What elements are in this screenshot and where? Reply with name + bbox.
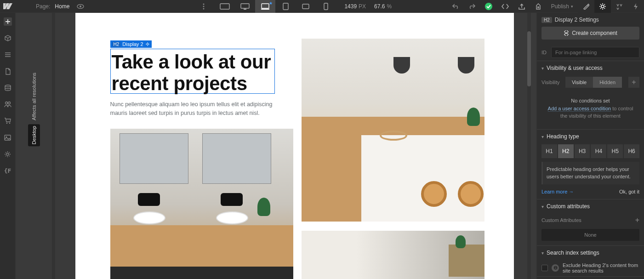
svg-point-3 <box>203 6 205 7</box>
svg-rect-6 <box>241 4 249 8</box>
navigator-icon[interactable] <box>4 51 12 59</box>
svg-rect-7 <box>244 9 246 10</box>
pages-icon[interactable] <box>4 67 12 75</box>
cms-icon[interactable] <box>4 84 12 92</box>
device-tablet-icon[interactable] <box>275 0 296 13</box>
assets-icon[interactable] <box>4 133 12 142</box>
svg-point-22 <box>147 43 148 45</box>
gallery-image-bathroom[interactable] <box>110 129 293 279</box>
audit-icon[interactable] <box>530 0 547 13</box>
canvas[interactable]: GALLERY H2 Display 2 Take a look at our … <box>75 13 514 279</box>
svg-rect-8 <box>262 4 269 8</box>
svg-rect-9 <box>283 3 288 10</box>
conditions-box: No conditions set Add a user access cond… <box>541 92 639 125</box>
svg-point-18 <box>9 123 11 124</box>
component-icon <box>564 30 569 36</box>
left-toolbar: {F <box>0 13 16 279</box>
settings-icon[interactable] <box>4 150 12 158</box>
editor-settings-section-header[interactable]: Editor settings <box>537 276 644 279</box>
users-icon[interactable] <box>4 100 12 108</box>
svg-point-12 <box>485 3 492 10</box>
search-index-section-header[interactable]: Search index settings <box>537 245 644 260</box>
breakpoint-name-badge: Desktop <box>28 124 40 146</box>
heading-h3-button[interactable]: H3 <box>575 144 590 158</box>
gear-mini-icon[interactable] <box>145 42 150 46</box>
canvas-scrollbar[interactable] <box>527 13 531 279</box>
page-label: Page: <box>36 3 50 10</box>
add-condition-link[interactable]: Add a user access condition <box>548 106 611 112</box>
style-manager-tab-icon[interactable] <box>611 0 627 13</box>
top-bar: Page: Home ★ 1439 PX 67.6 % Publish▾ <box>0 0 644 13</box>
svg-point-14 <box>5 85 11 87</box>
learn-more-link[interactable]: Learn more → <box>541 189 574 194</box>
heading-type-section-header[interactable]: Heading type <box>537 129 644 143</box>
svg-point-17 <box>6 123 8 124</box>
heading-h2-button[interactable]: H2 <box>558 144 574 158</box>
variables-icon[interactable]: {F <box>4 166 12 175</box>
zoom-value[interactable]: 67.6 <box>374 3 385 10</box>
add-element-icon[interactable] <box>4 17 12 26</box>
canvas-ruler[interactable] <box>52 13 55 279</box>
device-desktop-xl-icon[interactable] <box>215 0 235 13</box>
settings-tab-icon[interactable] <box>594 0 611 13</box>
code-icon[interactable] <box>497 0 513 13</box>
affects-label: Affects all resolutions <box>31 73 37 120</box>
breakpoint-side-label: Affects all resolutions Desktop <box>16 13 52 279</box>
exclude-checkbox[interactable] <box>541 265 548 271</box>
more-menu-icon[interactable] <box>197 3 210 10</box>
id-input[interactable] <box>551 47 639 58</box>
ok-got-it-button[interactable]: Ok, got it <box>619 189 639 194</box>
box-icon[interactable] <box>4 34 12 42</box>
svg-rect-23 <box>564 30 568 34</box>
export-icon[interactable] <box>513 0 530 13</box>
redo-icon[interactable] <box>464 0 480 13</box>
device-desktop-icon[interactable] <box>235 0 255 13</box>
device-laptop-icon[interactable]: ★ <box>255 0 275 13</box>
webflow-logo-icon[interactable] <box>0 0 16 13</box>
visibility-hidden-button[interactable]: Hidden <box>593 77 622 88</box>
right-panel: H2 Display 2 Settings Create component I… <box>536 13 644 279</box>
exclude-icon: ⊖ <box>552 264 559 272</box>
gallery-image-kitchen[interactable] <box>302 39 484 222</box>
canvas-width-value[interactable]: 1439 <box>344 3 357 10</box>
heading-h6-button[interactable]: H6 <box>624 144 639 158</box>
description-text[interactable]: Nunc pellentesque aliquam leo leo ipsum … <box>110 100 280 118</box>
style-tab-icon[interactable] <box>578 0 594 13</box>
heading-text[interactable]: Take a look at our recent projects <box>111 49 274 96</box>
element-selection-tag[interactable]: H2 Display 2 <box>110 40 152 48</box>
svg-rect-5 <box>220 4 229 9</box>
heading-h4-button[interactable]: H4 <box>591 144 606 158</box>
svg-rect-24 <box>564 33 568 36</box>
svg-point-13 <box>601 5 604 8</box>
visibility-add-button[interactable]: + <box>628 77 639 88</box>
gallery-image-shelf[interactable] <box>302 231 484 279</box>
selected-heading-element[interactable]: Take a look at our recent projects <box>110 49 275 94</box>
heading-h5-button[interactable]: H5 <box>607 144 623 158</box>
create-component-button[interactable]: Create component <box>541 27 639 40</box>
interactions-tab-icon[interactable] <box>627 0 644 13</box>
svg-point-2 <box>203 3 205 5</box>
status-check-icon[interactable] <box>480 0 497 13</box>
visibility-visible-button[interactable]: Visible <box>565 77 593 88</box>
attributes-none: None <box>541 229 639 241</box>
custom-attributes-section-header[interactable]: Custom attributes <box>537 199 644 213</box>
heading-h1-button[interactable]: H1 <box>541 144 557 158</box>
preview-eye-icon[interactable] <box>74 0 87 13</box>
device-tablet-landscape-icon[interactable] <box>296 0 316 13</box>
svg-point-4 <box>203 8 205 9</box>
add-attribute-button[interactable]: + <box>635 216 639 224</box>
zoom-unit: % <box>387 3 392 10</box>
publish-button[interactable]: Publish▾ <box>547 3 578 10</box>
device-mobile-icon[interactable] <box>316 0 336 13</box>
element-type-badge: H2 <box>541 17 552 23</box>
visibility-section-header[interactable]: Visibility & user access <box>537 61 644 75</box>
exclude-text: Exclude Heading 2's content from site se… <box>563 262 639 273</box>
id-label: ID <box>541 50 547 55</box>
panel-title: Display 2 Settings <box>555 17 599 23</box>
page-name-dropdown[interactable]: Home <box>55 3 69 10</box>
undo-icon[interactable] <box>447 0 464 13</box>
ecommerce-icon[interactable] <box>4 117 12 125</box>
svg-rect-11 <box>324 3 328 10</box>
svg-point-16 <box>8 102 10 104</box>
heading-info-box: Predictable heading order helps your use… <box>541 162 639 184</box>
